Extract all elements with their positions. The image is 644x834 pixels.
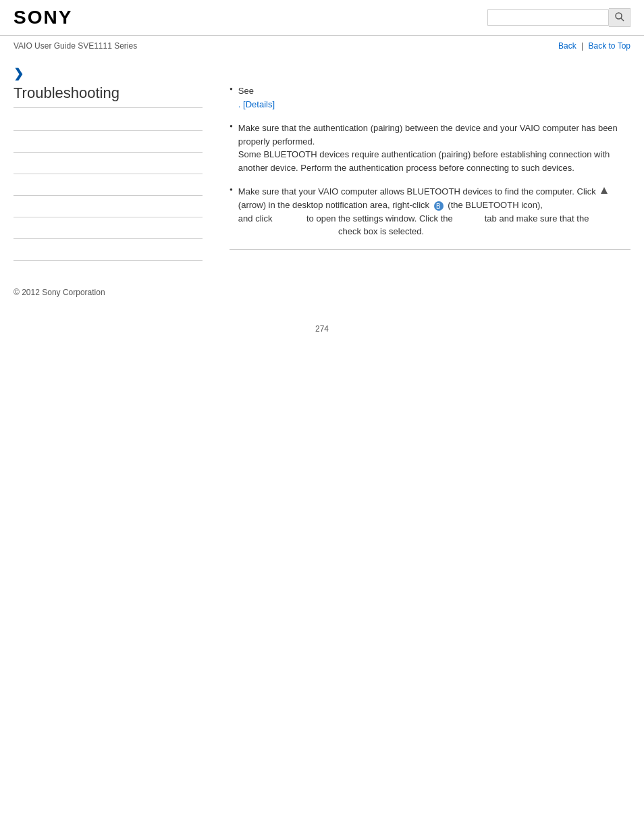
- header: SONY: [0, 0, 644, 36]
- search-icon: [614, 11, 625, 24]
- bullet-text-1: See . [Details]: [238, 84, 275, 111]
- details-link[interactable]: . [Details]: [238, 99, 275, 109]
- sidebar-line-2: [14, 138, 203, 153]
- sidebar-line-1: [14, 116, 203, 131]
- footer: © 2012 Sony Corporation: [0, 267, 644, 311]
- svg-marker-2: [601, 187, 608, 194]
- bluetooth-icon-inline: B: [433, 201, 444, 211]
- bullet-text-3: Make sure that your VAIO computer allows…: [238, 185, 630, 238]
- right-content: ● See . [Details] ● Make sure that the a…: [216, 84, 630, 267]
- content-divider: [230, 249, 630, 250]
- chevron-area: ❯: [0, 56, 644, 84]
- copyright-text: © 2012 Sony Corporation: [14, 288, 105, 297]
- sidebar-line-4: [14, 181, 203, 196]
- page-number: 274: [0, 311, 644, 347]
- chevron-icon: ❯: [14, 67, 24, 80]
- sidebar-line-7: [14, 246, 203, 261]
- sub-header: VAIO User Guide SVE1111 Series Back | Ba…: [0, 36, 644, 56]
- sony-logo: SONY: [14, 7, 72, 28]
- bullet-dot-3: ●: [230, 186, 233, 192]
- sidebar-line-5: [14, 203, 203, 217]
- troubleshooting-title: Troubleshooting: [14, 84, 203, 108]
- sidebar: Troubleshooting: [14, 84, 216, 267]
- bullet1-prefix: See: [238, 86, 254, 96]
- search-area: [487, 8, 630, 27]
- search-input[interactable]: [487, 9, 609, 26]
- arrow-icon-inline: [599, 186, 609, 199]
- bullet-item-3: ● Make sure that your VAIO computer allo…: [230, 185, 630, 238]
- svg-line-1: [621, 18, 624, 21]
- back-link[interactable]: Back: [558, 41, 576, 51]
- bullet-item-2: ● Make sure that the authentication (pai…: [230, 122, 630, 174]
- sidebar-line-3: [14, 159, 203, 174]
- svg-text:B: B: [436, 203, 441, 210]
- bullet-text-2: Make sure that the authentication (pairi…: [238, 122, 630, 174]
- nav-links: Back | Back to Top: [558, 41, 630, 51]
- back-to-top-link[interactable]: Back to Top: [589, 41, 630, 51]
- bullet-dot-1: ●: [230, 86, 233, 92]
- bullet-dot-2: ●: [230, 123, 233, 129]
- bullet-item-1: ● See . [Details]: [230, 84, 630, 111]
- nav-separator: |: [581, 41, 583, 51]
- guide-title: VAIO User Guide SVE1111 Series: [14, 41, 137, 51]
- svg-point-0: [616, 13, 622, 19]
- sidebar-line-6: [14, 224, 203, 239]
- search-button[interactable]: [609, 8, 630, 27]
- main-content: Troubleshooting ● See . [Details] ● Make…: [0, 84, 644, 267]
